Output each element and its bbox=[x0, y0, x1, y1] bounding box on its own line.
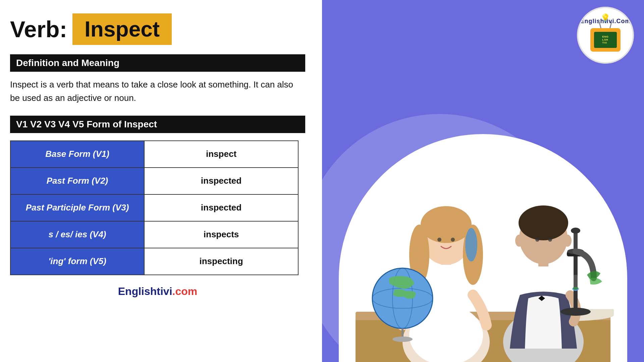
brand-name-blue: Englishtivi bbox=[118, 285, 172, 297]
table-row: Base Form (V1)inspect bbox=[10, 141, 298, 168]
brand-name-red: .com bbox=[172, 285, 198, 297]
logo-circle: Englishtivi.Com ENGLSHTVI 💡 bbox=[577, 7, 634, 64]
definition-heading: Definition and Meaning bbox=[10, 54, 305, 72]
form-value: inspect bbox=[144, 141, 298, 168]
form-label: Base Form (V1) bbox=[10, 141, 144, 168]
form-label: s / es/ ies (V4) bbox=[10, 221, 144, 248]
svg-point-24 bbox=[535, 238, 539, 242]
verb-label: Verb: bbox=[10, 16, 67, 42]
tv-icon: ENGLSHTVI 💡 bbox=[590, 28, 621, 52]
form-value: inspected bbox=[144, 168, 298, 194]
footer-brand: Englishtivi.com bbox=[10, 285, 305, 298]
form-value: inspects bbox=[144, 221, 298, 248]
form-label: 'ing' form (V5) bbox=[10, 248, 144, 275]
left-panel: Verb: Inspect Definition and Meaning Ins… bbox=[0, 0, 322, 362]
verb-forms-table: Base Form (V1)inspectPast Form (V2)inspe… bbox=[10, 140, 299, 275]
table-row: Past Participle Form (V3)inspected bbox=[10, 194, 298, 221]
form-label: Past Form (V2) bbox=[10, 168, 144, 194]
semicircle-bg bbox=[339, 134, 627, 362]
svg-point-36 bbox=[573, 287, 578, 290]
table-row: Past Form (V2)inspected bbox=[10, 168, 298, 194]
svg-point-27 bbox=[564, 235, 572, 247]
form-label: Past Participle Form (V3) bbox=[10, 194, 144, 221]
svg-point-14 bbox=[451, 238, 455, 242]
svg-point-12 bbox=[465, 228, 477, 261]
lightbulb-icon: 💡 bbox=[600, 13, 610, 23]
table-row: s / es/ ies (V4)inspects bbox=[10, 221, 298, 248]
scene-illustration bbox=[339, 134, 627, 362]
right-panel: Englishtivi.Com ENGLSHTVI 💡 bbox=[322, 0, 644, 362]
form-value: inspecting bbox=[144, 248, 298, 275]
forms-heading: V1 V2 V3 V4 V5 Form of Inspect bbox=[10, 116, 305, 133]
definition-text: Inspect is a verb that means to take a c… bbox=[10, 78, 305, 105]
svg-point-19 bbox=[392, 337, 413, 342]
form-value: inspected bbox=[144, 194, 298, 221]
word-title: Inspect bbox=[72, 13, 172, 45]
table-row: 'ing' form (V5)inspecting bbox=[10, 248, 298, 275]
svg-point-35 bbox=[560, 308, 591, 316]
svg-point-9 bbox=[421, 206, 472, 243]
svg-point-32 bbox=[571, 228, 580, 234]
tv-screen-text: ENGLSHTVI bbox=[602, 35, 609, 44]
title-row: Verb: Inspect bbox=[10, 13, 305, 45]
tv-screen: ENGLSHTVI bbox=[594, 32, 617, 48]
svg-point-26 bbox=[515, 235, 523, 247]
svg-point-25 bbox=[548, 238, 552, 242]
svg-point-23 bbox=[519, 205, 568, 240]
svg-rect-33 bbox=[574, 275, 578, 288]
svg-point-13 bbox=[437, 238, 441, 242]
